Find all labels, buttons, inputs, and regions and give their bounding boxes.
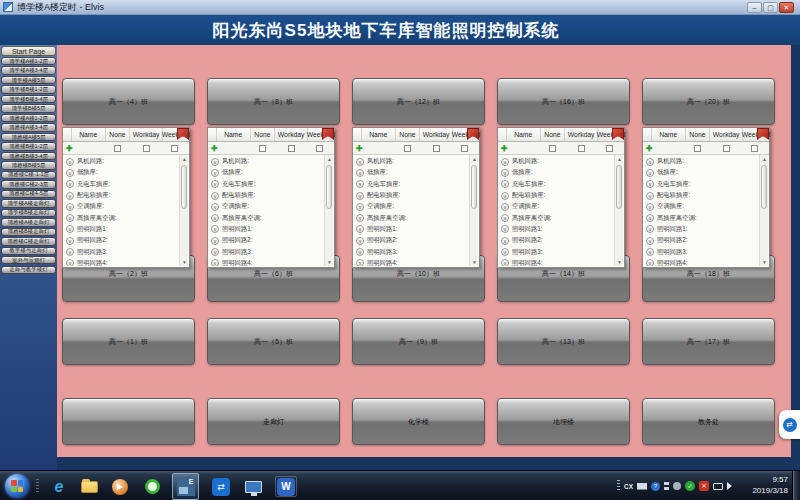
chevron-down-icon[interactable]: v xyxy=(66,158,74,166)
circuit-row[interactable]: v低插座: xyxy=(354,167,468,178)
add-icon[interactable]: ✚ xyxy=(356,144,363,153)
chevron-down-icon[interactable]: v xyxy=(66,259,74,266)
sidebar-item[interactable]: 博学楼B楼走廊灯 xyxy=(1,209,56,217)
minimize-button[interactable]: – xyxy=(747,2,762,13)
chevron-down-icon[interactable]: v xyxy=(356,180,364,188)
sidebar-item[interactable]: 博雅楼B楼5层 xyxy=(1,161,56,169)
chevron-down-icon[interactable]: v xyxy=(356,225,364,233)
scroll-down-icon[interactable]: ▼ xyxy=(615,259,624,265)
circuit-row[interactable]: v风机回路: xyxy=(499,156,613,167)
volume-icon[interactable] xyxy=(727,482,736,490)
chevron-down-icon[interactable]: v xyxy=(356,203,364,211)
sidebar-item[interactable]: 博学楼B楼1-2层 xyxy=(1,85,56,93)
circuit-row[interactable]: v照明回路2: xyxy=(499,235,613,246)
chevron-down-icon[interactable]: v xyxy=(211,248,219,256)
chevron-down-icon[interactable]: v xyxy=(211,169,219,177)
scrollbar[interactable]: ▲▼ xyxy=(179,155,188,266)
checkbox[interactable] xyxy=(114,145,121,152)
tray-cx-icon[interactable]: CX xyxy=(624,483,633,490)
circuit-row[interactable]: v照明回路2: xyxy=(644,235,758,246)
elvis-taskbar-button-active[interactable]: E xyxy=(172,473,199,500)
chevron-down-icon[interactable]: v xyxy=(66,225,74,233)
circuit-row[interactable]: v照明回路3: xyxy=(354,246,468,257)
zone-button-top[interactable]: 高一（4）班 xyxy=(62,78,195,125)
file-explorer-icon[interactable] xyxy=(78,476,100,497)
circuit-row[interactable]: v照明回路4: xyxy=(354,258,468,266)
zone-button-top[interactable]: 高一（16）班 xyxy=(497,78,630,125)
circuit-row[interactable]: v配电箱插座: xyxy=(354,190,468,201)
checkbox[interactable] xyxy=(316,145,323,152)
scrollbar[interactable]: ▲▼ xyxy=(469,155,478,266)
chevron-down-icon[interactable]: v xyxy=(646,259,654,266)
tray-gray-icon[interactable] xyxy=(673,482,681,490)
chevron-down-icon[interactable]: v xyxy=(646,180,654,188)
checkbox[interactable] xyxy=(578,145,585,152)
checkbox[interactable] xyxy=(259,145,266,152)
sidebar-item[interactable]: 博学楼A楼3-4层 xyxy=(1,66,56,74)
scroll-down-icon[interactable]: ▼ xyxy=(180,259,189,265)
circuit-row[interactable]: v照明回路4: xyxy=(499,258,613,266)
zone-button-middle[interactable]: 高一（9）班 xyxy=(352,318,485,365)
chevron-down-icon[interactable]: v xyxy=(501,237,509,245)
chevron-down-icon[interactable]: v xyxy=(501,248,509,256)
circuit-row[interactable]: v低插座: xyxy=(209,167,323,178)
chevron-down-icon[interactable]: v xyxy=(66,248,74,256)
chevron-down-icon[interactable]: v xyxy=(66,237,74,245)
sidebar-item[interactable]: 博学楼B楼5层 xyxy=(1,104,56,112)
zone-button-bottom[interactable]: 走廊灯 xyxy=(207,398,340,445)
chevron-down-icon[interactable]: v xyxy=(356,259,364,266)
chevron-down-icon[interactable]: v xyxy=(646,169,654,177)
chevron-down-icon[interactable]: v xyxy=(501,158,509,166)
maximize-button[interactable]: ▢ xyxy=(763,2,778,13)
sidebar-item[interactable]: 博雅楼C楼-1-1层 xyxy=(1,171,56,179)
circuit-row[interactable]: v配电箱插座: xyxy=(644,190,758,201)
sidebar-item[interactable]: 博雅楼C楼4-5层 xyxy=(1,190,56,198)
tray-mini-icon[interactable] xyxy=(664,482,669,490)
add-icon[interactable]: ✚ xyxy=(646,144,653,153)
circuit-row[interactable]: v高插座离空调: xyxy=(209,212,323,223)
zone-button-middle[interactable]: 高一（5）班 xyxy=(207,318,340,365)
chevron-down-icon[interactable]: v xyxy=(356,158,364,166)
circuit-row[interactable]: v配电箱插座: xyxy=(64,190,178,201)
tray-overflow-icon[interactable] xyxy=(617,480,620,492)
add-icon[interactable]: ✚ xyxy=(211,144,218,153)
circuit-row[interactable]: v照明回路1: xyxy=(64,224,178,235)
circuit-row[interactable]: v风机回路: xyxy=(209,156,323,167)
chevron-down-icon[interactable]: v xyxy=(501,214,509,222)
checkbox[interactable] xyxy=(404,145,411,152)
checkbox[interactable] xyxy=(461,145,468,152)
circuit-row[interactable]: v照明回路1: xyxy=(354,224,468,235)
checkbox[interactable] xyxy=(143,145,150,152)
internet-explorer-icon[interactable]: e xyxy=(48,476,70,497)
chevron-down-icon[interactable]: v xyxy=(646,225,654,233)
zone-button-middle[interactable]: 高一（1）班 xyxy=(62,318,195,365)
scroll-up-icon[interactable]: ▲ xyxy=(615,156,624,162)
chevron-down-icon[interactable]: v xyxy=(211,237,219,245)
sidebar-item[interactable]: 博雅楼B楼3-4层 xyxy=(1,152,56,160)
circuit-row[interactable]: v充电车插座: xyxy=(64,179,178,190)
scroll-thumb[interactable] xyxy=(181,165,187,209)
sidebar-item[interactable]: 博雅楼A楼5层 xyxy=(1,133,56,141)
circuit-row[interactable]: v照明回路3: xyxy=(644,246,758,257)
teamviewer-edge-tab[interactable]: ⇄ xyxy=(779,410,800,439)
chevron-down-icon[interactable]: v xyxy=(646,214,654,222)
scroll-down-icon[interactable]: ▼ xyxy=(760,259,769,265)
scroll-thumb[interactable] xyxy=(616,165,622,209)
sidebar-item[interactable]: 走廊与教学楼灯 xyxy=(1,266,56,274)
circuit-row[interactable]: v照明回路4: xyxy=(209,258,323,266)
chevron-down-icon[interactable]: v xyxy=(211,180,219,188)
help-icon[interactable]: ? xyxy=(651,482,660,491)
chevron-down-icon[interactable]: v xyxy=(211,192,219,200)
circuit-row[interactable]: v空调插座: xyxy=(354,201,468,212)
sidebar-item[interactable]: 室外与景观灯 xyxy=(1,256,56,264)
start-button[interactable] xyxy=(5,474,29,498)
scroll-up-icon[interactable]: ▲ xyxy=(470,156,479,162)
circuit-row[interactable]: v照明回路1: xyxy=(644,224,758,235)
circuit-row[interactable]: v配电箱插座: xyxy=(499,190,613,201)
circuit-row[interactable]: v风机回路: xyxy=(64,156,178,167)
chevron-down-icon[interactable]: v xyxy=(211,259,219,266)
chevron-down-icon[interactable]: v xyxy=(356,237,364,245)
sidebar-item[interactable]: 博雅楼B楼1-2层 xyxy=(1,142,56,150)
circuit-row[interactable]: v充电车插座: xyxy=(499,179,613,190)
checkbox[interactable] xyxy=(694,145,701,152)
